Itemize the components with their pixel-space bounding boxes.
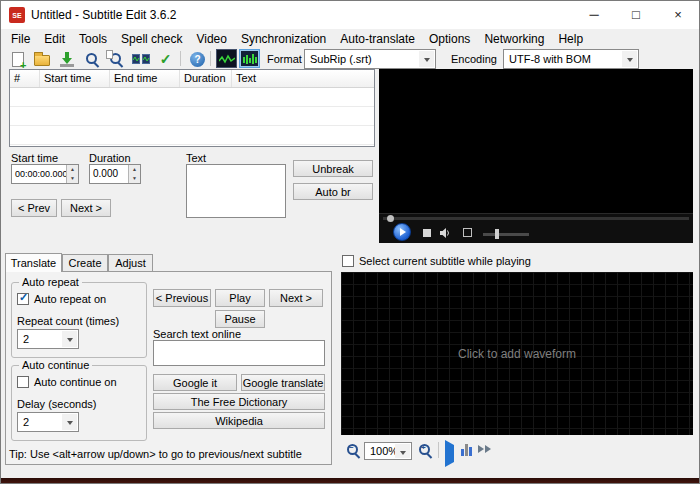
maximize-button[interactable]: □	[615, 1, 657, 29]
mute-button[interactable]	[439, 225, 451, 243]
repeat-count-value: 2	[23, 333, 29, 345]
playback-speed-button[interactable]	[478, 445, 491, 453]
list-row	[10, 107, 374, 126]
menu-tools[interactable]: Tools	[72, 29, 114, 49]
auto-repeat-title: Auto repeat	[19, 276, 82, 288]
start-time-stepper[interactable]: 00:00:00.000 ▲▼	[11, 164, 79, 184]
search-input[interactable]	[153, 340, 325, 366]
text-label: Text	[186, 152, 206, 164]
unbreak-button[interactable]: Unbreak	[293, 160, 373, 177]
menu-synchronization[interactable]: Synchronization	[234, 29, 333, 49]
next-button[interactable]: Next >	[269, 289, 323, 307]
duration-stepper[interactable]: 0.000 ▲▼	[89, 164, 141, 184]
subtitle-list[interactable]: # Start time End time Duration Text	[9, 69, 375, 147]
replace-button[interactable]	[105, 50, 126, 68]
menu-help[interactable]: Help	[551, 29, 590, 49]
pause-button[interactable]: Pause	[215, 310, 265, 328]
menu-options[interactable]: Options	[422, 29, 477, 49]
auto-continue-title: Auto continue	[19, 359, 92, 371]
app-window: SE Untitled - Subtitle Edit 3.6.2 ─ □ × …	[0, 0, 700, 484]
column-duration[interactable]: Duration	[180, 70, 232, 87]
chevron-down-icon	[419, 51, 434, 67]
prev-subtitle-button[interactable]: < Prev	[11, 199, 57, 217]
play-button[interactable]	[393, 223, 411, 241]
menu-networking[interactable]: Networking	[477, 29, 551, 49]
tab-create[interactable]: Create	[62, 254, 108, 272]
toolbar-separator	[210, 51, 211, 66]
auto-repeat-checkbox[interactable]: Auto repeat on	[17, 293, 106, 305]
waveform-play-button[interactable]	[445, 445, 454, 463]
tip-text: Tip: Use <alt+arrow up/down> to go to pr…	[9, 448, 302, 460]
find-button[interactable]	[81, 50, 102, 68]
menu-auto-translate[interactable]: Auto-translate	[333, 29, 422, 49]
minimize-button[interactable]: ─	[573, 1, 615, 29]
column-text[interactable]: Text	[232, 70, 374, 87]
search-text-online-label: Search text online	[153, 328, 241, 340]
fullscreen-button[interactable]	[463, 228, 472, 237]
auto-repeat-checkbox-label: Auto repeat on	[34, 293, 106, 305]
column-start-time[interactable]: Start time	[40, 70, 110, 87]
google-it-button[interactable]: Google it	[153, 374, 237, 391]
new-file-button[interactable]: +	[7, 50, 28, 68]
menu-video[interactable]: Video	[189, 29, 233, 49]
visual-sync-icon	[132, 53, 150, 66]
volume-slider[interactable]	[483, 233, 529, 236]
double-arrow-icon	[478, 445, 491, 453]
title-bar: SE Untitled - Subtitle Edit 3.6.2 ─ □ ×	[1, 1, 699, 29]
seek-bar[interactable]	[383, 217, 689, 220]
play-subtitle-button[interactable]: Play	[215, 289, 265, 307]
seek-thumb[interactable]	[387, 215, 394, 222]
play-icon	[445, 440, 454, 467]
repeat-count-select[interactable]: 2	[17, 329, 79, 349]
auto-br-button[interactable]: Auto br	[293, 183, 373, 200]
waveform-placeholder: Click to add waveform	[458, 347, 576, 361]
volume-thumb[interactable]	[495, 229, 499, 239]
visual-sync-button[interactable]	[130, 50, 151, 68]
waveform-vertical-zoom-button[interactable]	[461, 444, 472, 456]
save-file-button[interactable]	[56, 50, 77, 68]
previous-button[interactable]: < Previous	[153, 289, 211, 307]
help-icon: ?	[190, 52, 205, 67]
chevron-down-icon	[395, 444, 410, 458]
close-button[interactable]: ×	[657, 1, 699, 29]
menu-spell-check[interactable]: Spell check	[114, 29, 189, 49]
spinner-arrows-icon[interactable]: ▲▼	[66, 165, 78, 183]
app-icon: SE	[9, 7, 25, 23]
subtitle-text-input[interactable]	[186, 164, 286, 218]
next-subtitle-button[interactable]: Next >	[61, 199, 111, 217]
encoding-select[interactable]: UTF-8 with BOM	[503, 49, 639, 69]
wikipedia-button[interactable]: Wikipedia	[153, 412, 325, 429]
free-dictionary-button[interactable]: The Free Dictionary	[153, 393, 325, 410]
menu-edit[interactable]: Edit	[37, 29, 72, 49]
video-player[interactable]	[379, 69, 693, 243]
column-end-time[interactable]: End time	[110, 70, 180, 87]
menu-file[interactable]: File	[4, 29, 37, 49]
repeat-count-label: Repeat count (times)	[17, 315, 119, 327]
help-button[interactable]: ?	[187, 50, 208, 68]
list-row	[10, 88, 374, 107]
start-time-value: 00:00:00.000	[15, 169, 68, 179]
checkbox-icon	[342, 255, 354, 267]
tab-translate[interactable]: Translate	[5, 253, 62, 272]
open-file-button[interactable]	[31, 50, 52, 68]
select-current-subtitle-checkbox[interactable]: Select current subtitle while playing	[342, 255, 531, 267]
format-select[interactable]: SubRip (.srt)	[304, 49, 436, 69]
toolbar-separator	[438, 442, 439, 458]
toggle-video-button[interactable]	[216, 49, 237, 68]
stop-button[interactable]	[423, 229, 431, 237]
waveform-area[interactable]: Click to add waveform	[341, 272, 693, 435]
search-icon	[84, 51, 100, 67]
tab-adjust[interactable]: Adjust	[108, 254, 153, 272]
toolbar-separator	[180, 51, 181, 66]
delay-select[interactable]: 2	[17, 412, 79, 432]
column-number[interactable]: #	[10, 70, 40, 87]
chevron-down-icon	[62, 414, 77, 430]
toggle-waveform-button[interactable]	[239, 49, 260, 68]
spinner-arrows-icon[interactable]: ▲▼	[128, 165, 140, 183]
google-translate-button[interactable]: Google translate	[241, 374, 325, 391]
delay-label: Delay (seconds)	[17, 398, 96, 410]
spell-check-button[interactable]: ✓	[155, 50, 176, 68]
waveform-zoom-level-select[interactable]: 100%	[364, 442, 412, 460]
auto-continue-checkbox[interactable]: Auto continue on	[17, 376, 117, 388]
window-controls: ─ □ ×	[573, 1, 699, 29]
